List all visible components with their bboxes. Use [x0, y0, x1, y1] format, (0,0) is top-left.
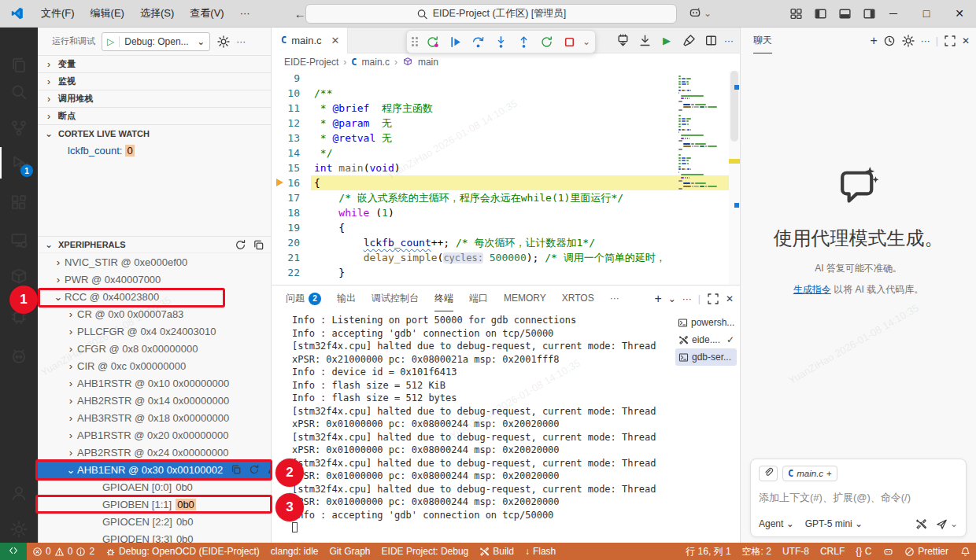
- more-actions-icon[interactable]: ···: [682, 293, 692, 304]
- panel-tab-5[interactable]: MEMORY: [504, 286, 546, 311]
- history-icon[interactable]: [883, 34, 897, 47]
- maximize-button[interactable]: □: [910, 0, 943, 27]
- terminal-output[interactable]: Info : Listening on port 50000 for gdb c…: [272, 314, 671, 543]
- build-button[interactable]: Build: [474, 543, 519, 560]
- tools-icon[interactable]: [915, 518, 928, 530]
- customize-layout-icon[interactable]: [787, 5, 804, 22]
- breadcrumb-symbol[interactable]: main: [418, 57, 438, 68]
- step-out-button[interactable]: [514, 32, 534, 52]
- prettier-status[interactable]: Prettier: [899, 543, 954, 560]
- register-row[interactable]: ›NVIC_STIR @ 0xe000ef00: [38, 253, 271, 271]
- code-line-22[interactable]: 22 }: [272, 265, 740, 280]
- flash-button[interactable]: ↓Flash: [519, 543, 561, 560]
- line-number[interactable]: 19: [272, 220, 311, 235]
- terminal-list-item-0[interactable]: powersh...: [675, 314, 737, 331]
- register-row[interactable]: ›CIR @ 0xc 0x00000000: [38, 357, 271, 374]
- section-0[interactable]: ›变量: [38, 55, 271, 72]
- stop-button[interactable]: [560, 32, 579, 52]
- code-line-20[interactable]: 20 lckfb_count++; /* 每次循环，让计数器加1*/: [272, 235, 740, 250]
- run-file-icon[interactable]: ▶: [658, 32, 675, 50]
- code-line-18[interactable]: 18 while (1): [272, 205, 740, 220]
- clangd-status[interactable]: clangd: idle: [265, 543, 324, 560]
- chat-input-box[interactable]: C main.c + 添加上下文(#)、扩展(@)、命令(/) Agent ⌄ …: [750, 459, 967, 537]
- section-3[interactable]: ›断点: [38, 107, 271, 124]
- line-number[interactable]: 13: [272, 131, 311, 146]
- register-row[interactable]: ›APB2RSTR @ 0x24 0x00000000: [38, 444, 271, 461]
- close-tab-icon[interactable]: ✕: [331, 35, 340, 46]
- register-row[interactable]: ›AHB1RSTR @ 0x10 0x00000000: [38, 374, 271, 392]
- step-into-button[interactable]: [491, 32, 511, 52]
- debug-status[interactable]: Debug: OpenOCD (EIDE-Project): [100, 543, 265, 560]
- start-debug-icon[interactable]: ▷: [102, 36, 120, 47]
- sidebar-item-platformio[interactable]: [0, 341, 38, 372]
- live-watch-item[interactable]: lckfb_count: 0: [38, 142, 271, 159]
- breadcrumb-file[interactable]: main.c: [362, 57, 390, 68]
- menu-item-4[interactable]: ···: [232, 4, 258, 23]
- debug-settings-gear-icon[interactable]: [216, 35, 230, 48]
- panel-tab-3[interactable]: 终端: [434, 286, 453, 311]
- split-editor-icon[interactable]: [702, 32, 719, 50]
- indentation-status[interactable]: 空格: 2: [737, 543, 777, 560]
- section-xperipherals[interactable]: ⌄ XPERIPHERALS: [38, 236, 271, 253]
- code-line-19[interactable]: 19 {: [272, 220, 740, 235]
- line-number[interactable]: 20: [272, 235, 311, 250]
- new-terminal-icon[interactable]: +: [654, 292, 661, 306]
- menu-item-3[interactable]: 查看(V): [182, 4, 231, 23]
- breadcrumb-project[interactable]: EIDE-Project: [284, 57, 338, 68]
- code-editor[interactable]: 910/**11 * @brief 程序主函数12 * @param 无13 *…: [272, 71, 740, 285]
- gear-icon[interactable]: [902, 34, 915, 47]
- add-context-icon[interactable]: +: [826, 469, 832, 478]
- tab-main-c[interactable]: C main.c ✕: [272, 28, 348, 53]
- code-line-12[interactable]: 12 * @param 无: [272, 116, 740, 131]
- line-number[interactable]: 22: [272, 265, 311, 280]
- reset-device-button[interactable]: [423, 32, 442, 52]
- toggle-secondary-sidebar-icon[interactable]: [860, 5, 878, 22]
- eol-status[interactable]: CRLF: [815, 543, 850, 560]
- line-number[interactable]: 11: [272, 101, 311, 116]
- code-line-16[interactable]: 16{: [272, 175, 740, 190]
- eide-project-status[interactable]: EIDE Project: Debug: [376, 543, 475, 560]
- chevron-down-icon[interactable]: ⌄: [668, 293, 676, 304]
- menu-item-1[interactable]: 编辑(E): [83, 4, 132, 23]
- toggle-panel-icon[interactable]: [836, 5, 853, 22]
- remote-indicator[interactable]: [0, 543, 27, 560]
- settings-button[interactable]: [0, 514, 38, 545]
- maximize-chat-icon[interactable]: [944, 35, 956, 47]
- register-row[interactable]: ›APB1RSTR @ 0x20 0x00000000: [38, 426, 271, 444]
- terminal-list-item-1[interactable]: eide....✓: [675, 331, 737, 348]
- line-number[interactable]: 18: [272, 205, 311, 220]
- flash-chip-icon[interactable]: [614, 32, 631, 50]
- encoding-status[interactable]: UTF-8: [777, 543, 815, 560]
- code-line-10[interactable]: 10/**: [272, 86, 740, 101]
- generate-instructions-link[interactable]: 生成指令: [793, 284, 831, 295]
- code-line-15[interactable]: 15int main(void): [272, 160, 740, 175]
- close-panel-icon[interactable]: ✕: [726, 293, 734, 304]
- agent-mode-picker[interactable]: Agent ⌄: [759, 518, 794, 529]
- more-actions-icon[interactable]: ···: [724, 35, 734, 46]
- line-number[interactable]: 14: [272, 146, 311, 160]
- copilot-menu[interactable]: ⌄: [686, 5, 712, 22]
- open-copy-icon[interactable]: [253, 239, 264, 251]
- language-status[interactable]: {} C: [850, 543, 877, 560]
- back-button[interactable]: ←: [294, 7, 306, 20]
- register-row[interactable]: ›CFGR @ 0x8 0x00000000: [38, 340, 271, 357]
- step-over-button[interactable]: [468, 32, 488, 52]
- drag-handle[interactable]: [412, 37, 418, 46]
- account-button[interactable]: [0, 477, 38, 509]
- code-line-11[interactable]: 11 * @brief 程序主函数: [272, 101, 740, 116]
- panel-tab-6[interactable]: XRTOS: [562, 286, 594, 311]
- sidebar-item-remote-explorer[interactable]: [0, 224, 38, 256]
- breadcrumb[interactable]: EIDE-Project › C main.c › main: [272, 53, 740, 71]
- chevron-down-icon[interactable]: ⌄: [582, 36, 590, 47]
- register-row[interactable]: GPIOAEN [0:0]0b0: [38, 478, 271, 496]
- notifications-bell[interactable]: [954, 543, 976, 560]
- restart-button[interactable]: [537, 32, 556, 52]
- register-row[interactable]: ›AHB3RSTR @ 0x18 0x00000000: [38, 409, 271, 426]
- code-line-9[interactable]: 9: [272, 71, 740, 86]
- sidebar-item-extensions[interactable]: [0, 186, 38, 218]
- more-actions-icon[interactable]: ···: [921, 35, 930, 46]
- clean-icon[interactable]: [680, 32, 697, 50]
- line-number[interactable]: 21: [272, 250, 311, 265]
- maximize-panel-icon[interactable]: [707, 293, 719, 305]
- tab-chat[interactable]: 聊天: [753, 28, 772, 53]
